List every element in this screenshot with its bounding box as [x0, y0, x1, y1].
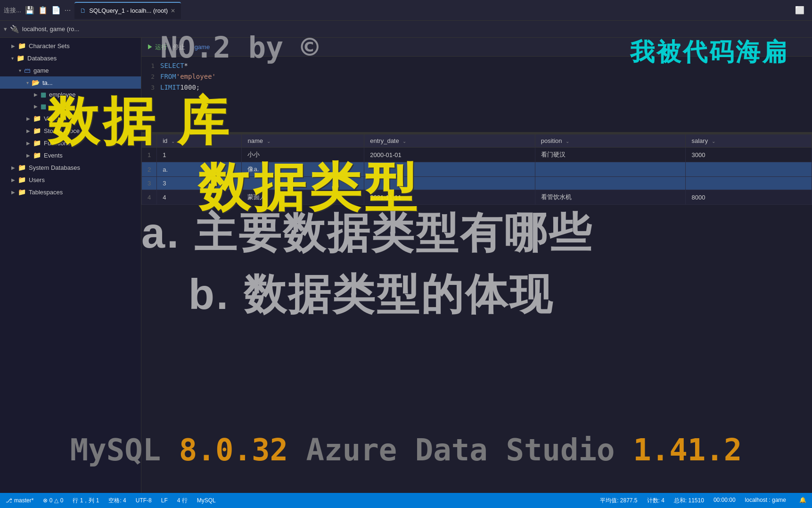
folder-icon: 📁 — [18, 164, 26, 171]
sidebar-item-tables[interactable]: ▾ 📂 ta... — [0, 76, 141, 89]
status-errors: ⊗ 0 △ 0 — [43, 497, 63, 504]
connection-tab-label[interactable]: 连接... — [4, 6, 21, 15]
table-row[interactable]: 11小小2000-01-01看门硬汉3000 — [142, 148, 812, 162]
spaces-label: 空格: 4 — [108, 497, 126, 505]
line-number: 2 — [141, 72, 160, 82]
sidebar-item-tablespaces[interactable]: ▶ 📁 Tablespaces — [0, 186, 141, 198]
sql-string: 'employee' — [176, 71, 216, 82]
sidebar-item-system-databases[interactable]: ▶ 📁 System Databases — [0, 161, 141, 174]
main-layout: ▶ 📁 Character Sets ▾ 📁 Databases ▾ 🗃 gam… — [0, 38, 812, 493]
status-line-count: 4 行 — [177, 497, 188, 505]
chevron-right-icon: ▶ — [34, 92, 38, 97]
more-icon[interactable]: ··· — [65, 6, 71, 15]
sidebar-item-functions[interactable]: ▶ 📁 Functions — [0, 137, 141, 149]
row-number-cell: 1 — [142, 148, 157, 162]
sidebar-item-label: game — [33, 67, 49, 74]
sidebar-item-employee[interactable]: ▶ ▦ employee — [0, 89, 141, 100]
data-cell: 看门硬汉 — [535, 148, 686, 162]
status-git-branch[interactable]: ⎇ master* — [6, 497, 33, 504]
db-icon: 🔌 — [10, 25, 19, 33]
sidebar-item-label: Databases — [27, 55, 57, 62]
sidebar-item-table2[interactable]: ▶ ▦ — [0, 100, 141, 112]
connection-header[interactable]: ▾ 🔌 localhost, game (ro... — [0, 21, 812, 38]
status-position: 行 1，列 1 — [73, 497, 99, 505]
sort-icon: ⌄ — [402, 139, 406, 144]
col-header-salary[interactable]: salary ⌄ — [686, 134, 812, 148]
data-cell: 3000 — [686, 148, 812, 162]
sql-icon: 🗋 — [80, 7, 86, 14]
tab-bar-left: 连接... 💾 📋 📄 ··· — [4, 6, 71, 15]
language-label: MySQL — [197, 497, 216, 504]
connection-label: localhost : game — [745, 497, 786, 505]
folder-icon: 📁 — [18, 176, 26, 183]
row-number-cell: 3 — [142, 177, 157, 190]
data-cell — [535, 162, 686, 177]
col-header-entry-date[interactable]: entry_date ⌄ — [364, 134, 535, 148]
total-label: 总和: 11510 — [674, 497, 704, 505]
folder-icon: 📁 — [16, 54, 25, 62]
copy-icon[interactable]: 📋 — [38, 6, 48, 15]
data-cell: 看管饮水机 — [535, 190, 686, 205]
sidebar-item-character-sets[interactable]: ▶ 📁 Character Sets — [0, 40, 141, 52]
warning-label: △ 0 — [54, 497, 63, 504]
row-number-cell: 4 — [142, 190, 157, 205]
sort-icon: ⌄ — [171, 139, 175, 144]
folder-blue-icon: 📁 — [33, 115, 41, 122]
collapse-arrow[interactable]: ▾ — [4, 25, 7, 33]
sidebar-item-users[interactable]: ▶ 📁 Users — [0, 174, 141, 186]
avg-label: 平均值: 2877.5 — [600, 497, 637, 505]
save-icon[interactable]: 💾 — [25, 6, 34, 15]
table-row[interactable]: 44蒙面人2021-11-11看管饮水机8000 — [142, 190, 812, 205]
tab-bar: 连接... 💾 📋 📄 ··· 🗋 SQLQuery_1 - localh...… — [0, 0, 812, 21]
chevron-down-icon: ▾ — [11, 56, 14, 61]
sidebar-item-events[interactable]: ▶ 📁 Events — [0, 149, 141, 161]
sidebar-item-databases[interactable]: ▾ 📁 Databases — [0, 52, 141, 64]
sql-line-2: 2 FROM 'employee' — [141, 71, 812, 82]
data-cell: 蒙面人 — [242, 190, 364, 205]
col-header-id[interactable]: id ⌄ — [157, 134, 242, 148]
sidebar-item-label: Functions — [44, 140, 70, 147]
tab-close-button[interactable]: ✕ — [171, 8, 175, 14]
line-ending-label: LF — [161, 497, 168, 504]
data-cell — [364, 162, 535, 177]
notification-icon[interactable]: 🔔 — [799, 497, 806, 505]
data-cell — [686, 177, 812, 190]
results-table: id ⌄ name ⌄ entry_date ⌄ position ⌄ sala… — [141, 134, 812, 205]
tab-label: SQLQuery_1 - localh... (root) — [89, 7, 168, 14]
row-number-cell: 2 — [142, 162, 157, 177]
sql-line-1: 1 SELECT * — [141, 60, 812, 71]
chevron-right-icon: ▶ — [11, 43, 15, 49]
sql-keyword: FROM — [160, 71, 176, 82]
line-number: 3 — [141, 83, 160, 93]
chevron-right-icon: ▶ — [11, 177, 15, 183]
chevron-right-icon: ▶ — [26, 116, 30, 121]
col-header-name[interactable]: name ⌄ — [242, 134, 364, 148]
table-row[interactable]: 33 — [142, 177, 812, 190]
sidebar: ▶ 📁 Character Sets ▾ 📁 Databases ▾ 🗃 gam… — [0, 38, 141, 493]
run-button[interactable]: ▶ 运行 — [147, 43, 167, 51]
maximize-icon[interactable]: ⬜ — [791, 6, 808, 14]
sort-icon: ⌄ — [566, 139, 569, 144]
col-header-position[interactable]: position ⌄ — [535, 134, 686, 148]
sidebar-item-game[interactable]: ▾ 🗃 game — [0, 64, 141, 76]
sql-keyword: LIMIT — [160, 82, 180, 92]
chevron-right-icon: ▶ — [26, 141, 30, 146]
status-spaces: 空格: 4 — [108, 497, 126, 505]
stop-button[interactable]: 停止 — [173, 43, 185, 51]
chevron-down-icon: ▾ — [26, 80, 29, 85]
sidebar-item-stored-procs[interactable]: ▶ 📁 Stored Proce... — [0, 125, 141, 137]
paste-icon[interactable]: 📄 — [51, 6, 61, 15]
sort-icon: ⌄ — [267, 139, 271, 144]
time-label: 00:00:00 — [714, 497, 736, 505]
sql-editor[interactable]: 1 SELECT * 2 FROM 'employee' 3 LIMIT 100… — [141, 57, 812, 132]
folder-icon: 📁 — [18, 42, 26, 50]
sidebar-item-label: employee — [49, 91, 75, 98]
data-cell — [242, 177, 364, 190]
active-tab[interactable]: 🗋 SQLQuery_1 - localh... (root) ✕ — [74, 2, 181, 19]
sidebar-item-views[interactable]: ▶ 📁 Vie... — [0, 112, 141, 125]
db-selector[interactable]: game — [195, 43, 210, 50]
table-row[interactable]: 2a.像a. — [142, 162, 812, 177]
data-cell — [364, 177, 535, 190]
chevron-right-icon: ▶ — [11, 165, 15, 170]
table-header-row: id ⌄ name ⌄ entry_date ⌄ position ⌄ sala… — [142, 134, 812, 148]
